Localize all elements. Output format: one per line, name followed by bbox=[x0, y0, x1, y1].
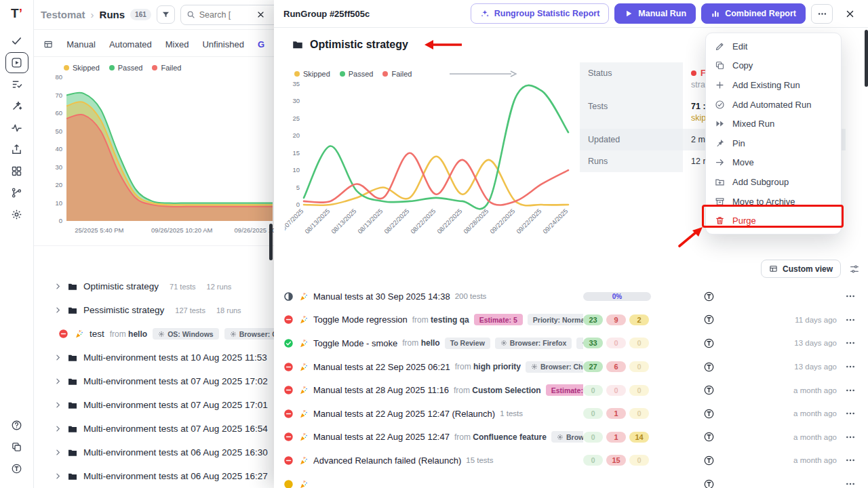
chevron-right-icon[interactable] bbox=[54, 425, 62, 432]
run-row[interactable]: Toggle Mode regressionfrom testing qaEst… bbox=[281, 308, 867, 332]
statistic-report-label: Rungroup Statistic Report bbox=[494, 9, 600, 18]
more-actions-button[interactable] bbox=[811, 4, 833, 24]
nav-reports-icon[interactable] bbox=[5, 161, 28, 182]
run-title[interactable]: Toggle Mode - smoke bbox=[313, 338, 397, 348]
nav-settings-icon[interactable] bbox=[5, 204, 28, 225]
run-time: a month ago bbox=[766, 456, 837, 464]
view-mode-icon[interactable] bbox=[43, 39, 53, 49]
run-title[interactable]: Manual tests at 28 Aug 2025 11:16 bbox=[313, 385, 449, 395]
tab-mixed[interactable]: Mixed bbox=[165, 39, 189, 49]
chevron-right-icon[interactable] bbox=[54, 283, 62, 290]
menu-item-mixed-run[interactable]: Mixed Run bbox=[706, 114, 841, 134]
row-menu-button[interactable] bbox=[837, 291, 864, 302]
menu-item-add-subgroup[interactable]: Add Subgroup bbox=[706, 172, 841, 192]
chevron-right-icon[interactable] bbox=[54, 306, 62, 314]
run-time: 13 days ago bbox=[766, 363, 837, 371]
run-row[interactable]: Advanced Relaunch failed (Relaunch)15 te… bbox=[281, 449, 867, 472]
menu-item-copy[interactable]: Copy bbox=[706, 56, 841, 76]
run-row[interactable]: Manual tests at 22 Aug 2025 12:47from Co… bbox=[281, 426, 867, 449]
run-row[interactable] bbox=[281, 472, 867, 488]
view-settings-icon[interactable] bbox=[849, 264, 860, 274]
group-row[interactable]: Pessimistic strategy127 tests18 runs bbox=[34, 298, 274, 322]
menu-item-edit[interactable]: Edit bbox=[706, 37, 841, 56]
svg-text:0: 0 bbox=[59, 217, 62, 224]
group-row[interactable]: Multi-environment tests at 06 Aug 2025 1… bbox=[34, 464, 274, 488]
menu-item-add-existing-run[interactable]: Add Existing Run bbox=[706, 75, 841, 95]
chevron-right-icon[interactable] bbox=[54, 354, 62, 361]
menu-item-add-automated-run[interactable]: Add Automated Run bbox=[706, 95, 841, 115]
profile-logo-icon[interactable] bbox=[5, 458, 28, 479]
chevron-right-icon[interactable] bbox=[54, 378, 62, 385]
tab-g[interactable]: G bbox=[258, 39, 264, 49]
detail-label: Updated bbox=[580, 129, 683, 150]
run-row[interactable]: Manual tests at 30 Sep 2025 14:38200 tes… bbox=[281, 285, 867, 308]
run-title[interactable]: Toggle Mode regression bbox=[313, 314, 408, 325]
chevron-right-icon[interactable] bbox=[54, 449, 62, 456]
nav-analytics-icon[interactable] bbox=[5, 117, 28, 138]
tab-automated[interactable]: Automated bbox=[109, 39, 152, 49]
row-menu-button[interactable] bbox=[837, 385, 864, 396]
chevron-right-icon[interactable] bbox=[54, 401, 62, 409]
chevron-right-icon[interactable] bbox=[54, 472, 62, 480]
nav-wand-icon[interactable] bbox=[5, 96, 28, 117]
group-row[interactable]: Multi-environment tests at 06 Aug 2025 1… bbox=[34, 441, 274, 464]
nav-branches-icon[interactable] bbox=[5, 182, 28, 203]
run-row[interactable]: Manual tests at 22 Aug 2025 12:47 (Relau… bbox=[281, 402, 867, 426]
group-row[interactable]: Optimistic strategy71 tests12 runs bbox=[34, 274, 274, 298]
rungroup-id-title: RunGroup #25ff505c bbox=[283, 9, 370, 19]
group-row[interactable]: Multi-environment tests at 07 Aug 2025 1… bbox=[34, 393, 274, 417]
combined-report-button[interactable]: Combined Report bbox=[701, 3, 806, 24]
group-title: Optimistic strategy bbox=[310, 39, 408, 51]
custom-view-button[interactable]: Custom view bbox=[761, 260, 841, 278]
nav-runs-icon[interactable] bbox=[5, 52, 28, 73]
search-box[interactable] bbox=[180, 5, 274, 25]
legend-dot bbox=[64, 65, 69, 70]
nav-tests-icon[interactable] bbox=[5, 30, 28, 52]
tag-badge: OS: MacOS bbox=[576, 338, 583, 349]
menu-item-move[interactable]: Move bbox=[706, 153, 841, 173]
docs-icon[interactable] bbox=[5, 436, 28, 458]
row-menu-button[interactable] bbox=[837, 455, 864, 466]
run-title[interactable]: Manual tests at 30 Sep 2025 14:38 bbox=[313, 291, 450, 302]
result-counts: 2392 bbox=[583, 314, 651, 325]
run-row[interactable]: testfrom helloOS: WindowsBrowser: Chrome bbox=[34, 322, 274, 346]
panel-scrollbar[interactable] bbox=[865, 30, 868, 87]
menu-item-pin[interactable]: Pin bbox=[706, 134, 841, 153]
filter-button[interactable] bbox=[157, 5, 175, 24]
help-icon[interactable] bbox=[5, 415, 28, 436]
group-row[interactable]: Multi-environment tests at 10 Aug 2025 1… bbox=[34, 346, 274, 369]
left-pane-scrollbar[interactable] bbox=[269, 224, 273, 260]
row-menu-button[interactable] bbox=[837, 479, 864, 488]
testomat-badge-icon bbox=[703, 431, 715, 443]
failed-status-icon bbox=[283, 385, 294, 395]
run-title[interactable]: Manual tests at 22 Aug 2025 12:47 bbox=[313, 432, 450, 442]
run-row[interactable]: Manual tests at 22 Sep 2025 06:21from hi… bbox=[281, 355, 867, 379]
row-menu-button[interactable] bbox=[837, 314, 864, 325]
nav-plans-icon[interactable] bbox=[5, 74, 28, 95]
search-input[interactable] bbox=[199, 10, 252, 20]
run-row[interactable]: Toggle Mode - smokefrom helloTo ReviewBr… bbox=[281, 331, 867, 355]
row-menu-button[interactable] bbox=[837, 361, 864, 372]
run-title[interactable]: Manual tests at 22 Sep 2025 06:21 bbox=[313, 362, 450, 372]
group-row[interactable]: Multi-environment tests at 07 Aug 2025 1… bbox=[34, 417, 274, 441]
run-title[interactable]: Manual tests at 22 Aug 2025 12:47 (Relau… bbox=[313, 409, 495, 419]
row-menu-button[interactable] bbox=[837, 432, 864, 443]
row-menu-button[interactable] bbox=[837, 408, 864, 419]
tab-manual[interactable]: Manual bbox=[66, 39, 96, 49]
manual-run-button[interactable]: Manual Run bbox=[614, 3, 696, 24]
brand-link[interactable]: Testomat bbox=[41, 9, 85, 20]
tab-unfinished[interactable]: Unfinished bbox=[202, 39, 243, 49]
statistic-report-button[interactable]: Rungroup Statistic Report bbox=[471, 3, 610, 24]
close-panel-button[interactable] bbox=[841, 5, 859, 22]
search-clear-icon[interactable] bbox=[256, 10, 265, 19]
svg-text:08/28/2025: 08/28/2025 bbox=[462, 207, 490, 235]
run-title[interactable]: Advanced Relaunch failed (Relaunch) bbox=[313, 455, 461, 466]
app-logo[interactable]: T’ bbox=[11, 7, 22, 20]
row-menu-button[interactable] bbox=[837, 338, 864, 348]
ellipsis-icon bbox=[845, 338, 856, 348]
nav-export-icon[interactable] bbox=[5, 139, 28, 160]
run-row[interactable]: Manual tests at 28 Aug 2025 11:16from Cu… bbox=[281, 378, 867, 402]
svg-text:5: 5 bbox=[296, 184, 300, 191]
failed-status-icon bbox=[283, 314, 294, 325]
group-row[interactable]: Multi-environment tests at 07 Aug 2025 1… bbox=[34, 369, 274, 393]
